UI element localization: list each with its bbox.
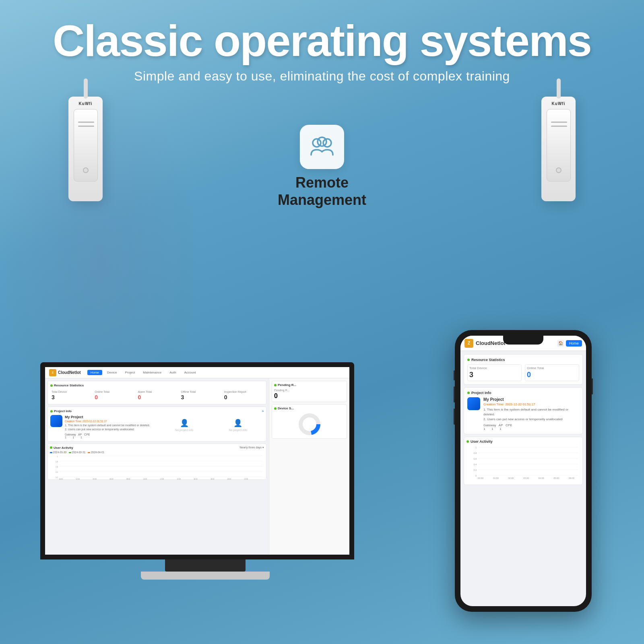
no-project-text-2: No project info [229, 429, 247, 431]
phone-resource-stats-title: Resource Statistics [467, 358, 579, 362]
logo-icon: Z [49, 369, 56, 376]
nav-home[interactable]: Home [87, 370, 102, 375]
project-info-label: Project Info [54, 409, 72, 413]
svg-text:1: 1 [475, 446, 477, 449]
offline-total-label: Offline Total [181, 390, 219, 393]
svg-text:06:00: 06:00 [569, 477, 574, 479]
kuwifi-brand-right: KuWfi [552, 101, 566, 106]
desktop-logo: Z CloudNetIot [49, 369, 81, 376]
remote-label: Remote Management [278, 174, 366, 208]
phone-project-name: My Project [483, 397, 579, 402]
svg-text:10:00: 10:00 [143, 478, 147, 480]
sub-title: Simple and easy to use, eliminating the … [0, 69, 644, 84]
online-total-value: 0 [95, 394, 133, 400]
kuwifi-brand-left: KuWfi [79, 101, 93, 106]
kuwifi-antenna-left [84, 78, 88, 99]
svg-text:00:00: 00:00 [59, 478, 63, 480]
phone-user-activity: User Activity 1 0.8 [464, 437, 583, 485]
phone-project-gateway: Gateway AP CPE 1 1 1 [483, 423, 579, 431]
svg-text:03:00: 03:00 [523, 477, 529, 479]
desktop-nav[interactable]: Home Device Project Maintenance Auth Acc… [87, 370, 199, 375]
pending-label: Pending R... [274, 389, 345, 392]
device-status-section: Device S... [272, 404, 347, 439]
user-activity-chart: User Activity Nearly three days ▾ 2024-0… [47, 444, 266, 480]
nav-account[interactable]: Account [181, 370, 199, 375]
svg-text:0.4: 0.4 [56, 471, 58, 473]
phone-home-icon[interactable]: 🏠 [557, 340, 564, 347]
kuwifi-body-left [74, 109, 98, 182]
phone-chart-title: User Activity [466, 440, 580, 444]
phone-green-dot-1 [467, 359, 470, 361]
svg-text:00:00: 00:00 [478, 477, 483, 479]
svg-text:02:00: 02:00 [508, 477, 514, 479]
green-dot-3 [50, 446, 52, 449]
project-creation: Creation Time: 2023-12-22 01:51:17 [65, 420, 150, 423]
phone-project-desc2: 2. Users can put new access or temporari… [483, 417, 579, 422]
kuwifi-device-right: KuWfi [541, 97, 576, 201]
monitor-container: Z CloudNetIot Home Device Project Mainte… [40, 362, 370, 580]
no-project-2: 👤 No project info [213, 415, 264, 435]
device-chart-placeholder [274, 412, 345, 436]
phone-project-title: Project Info [467, 391, 579, 395]
svg-text:0.4: 0.4 [474, 463, 477, 466]
project-info-card: Project Info > My Project Creation Time:… [47, 407, 266, 442]
svg-text:05:00: 05:00 [553, 477, 559, 479]
phone-stat-total-device: Total Device 3 [467, 364, 522, 381]
inspection-report-label: Inspection Report [224, 390, 262, 393]
stat-online-total: Online Total 0 [93, 389, 134, 402]
phone-project-row: My Project Creation Time: 2023-12-22 01:… [467, 397, 579, 431]
chart-title-row: User Activity Nearly three days ▾ [50, 446, 264, 450]
svg-text:0.6: 0.6 [56, 466, 58, 468]
nav-maintenance[interactable]: Maintenance [140, 370, 165, 375]
phone-total-device-value: 3 [469, 371, 520, 379]
green-dot-4 [274, 384, 277, 386]
monitor-screen: Z CloudNetIot Home Device Project Mainte… [40, 362, 354, 559]
nav-project[interactable]: Project [122, 370, 138, 375]
phone-notch [503, 336, 543, 345]
svg-text:0.6: 0.6 [474, 458, 477, 460]
total-device-label: Total Device [52, 390, 90, 393]
legend-1: 2024-03-30 [50, 451, 66, 454]
chart-svg: 1 0.8 0.6 0.4 0.2 00:00 02:00 04:00 06:0… [50, 454, 264, 480]
no-project-text-1: No project info [175, 429, 193, 431]
nav-device[interactable]: Device [104, 370, 120, 375]
phone-btn-right [592, 378, 593, 394]
device-status-title: Device S... [274, 407, 345, 410]
project-icon [50, 415, 62, 427]
phone-chart-svg: 1 0.8 0.6 0.4 0.2 0 00:00 01:00 02:00 03… [466, 445, 580, 479]
svg-text:0.8: 0.8 [56, 460, 58, 463]
svg-text:18:00: 18:00 [211, 478, 215, 480]
project-info-title: Project Info > [50, 409, 264, 413]
user-activity-title: User Activity [50, 446, 73, 450]
kuwifi-antenna-right [557, 78, 561, 99]
no-project-icon-2: 👤 [233, 419, 242, 427]
remote-management-section: Remote Management [278, 125, 366, 208]
phone-project-creation: Creation Time: 2023-12-22 01:51:17 [483, 402, 579, 406]
phone-container: Z CloudNetIot 🏠 Home Resource Statistics [455, 330, 592, 612]
online-total-label: Online Total [95, 390, 133, 393]
phone-stat-online-total: Online Total 0 [525, 364, 579, 381]
kuwifi-body-right [547, 109, 571, 182]
desktop-right-panel: Pending R... Pending R... 0 Device S... [269, 378, 349, 555]
project-name: My Project [65, 415, 150, 419]
phone-screen: Z CloudNetIot 🏠 Home Resource Statistics [460, 336, 586, 606]
project-more[interactable]: > [262, 410, 264, 413]
stat-offline-total: Offline Total 3 [180, 389, 221, 402]
phone-home-btn[interactable]: Home [566, 340, 582, 347]
no-project-1: 👤 No project info [159, 415, 210, 435]
svg-text:12:00: 12:00 [160, 478, 164, 480]
kuwifi-device-left: KuWfi [68, 97, 103, 201]
legend-2: 2024-03-31 [69, 451, 85, 454]
alarm-total-value: 0 [138, 394, 176, 400]
stat-alarm-total: Alarm Total 0 [136, 389, 177, 402]
stat-total-device: Total Device 3 [50, 389, 91, 402]
phone-project-icon [467, 397, 480, 410]
phone-project-desc1: 1. This item is the system default and c… [483, 407, 579, 417]
desktop-dashboard: Z CloudNetIot Home Device Project Mainte… [45, 367, 349, 555]
chart-legend: 2024-03-30 2024-03-31 2024-04-01 [50, 451, 264, 454]
phone-outer: Z CloudNetIot 🏠 Home Resource Statistics [455, 330, 592, 612]
nav-auth[interactable]: Auth [166, 370, 179, 375]
phone-resource-stats: Resource Statistics Total Device 3 Onlin… [464, 354, 583, 385]
svg-text:04:00: 04:00 [539, 477, 544, 479]
phone-stats-row: Total Device 3 Online Total 0 [467, 364, 579, 381]
